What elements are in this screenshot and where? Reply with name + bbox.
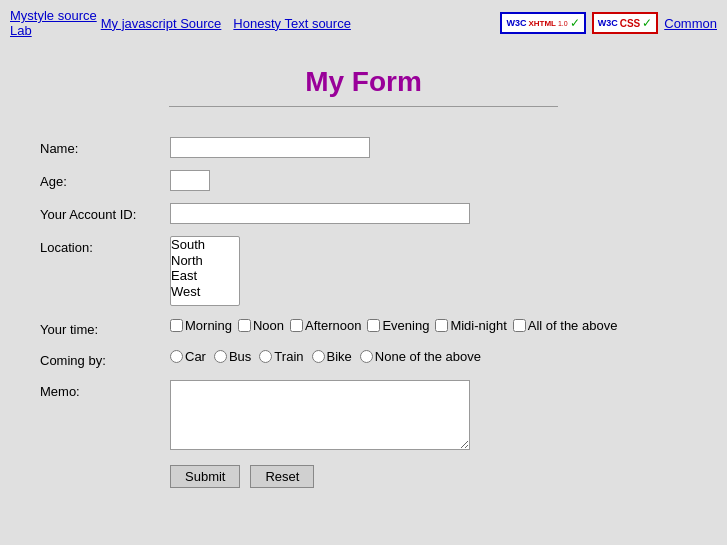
coming-label: Coming by: — [40, 349, 170, 368]
coming-row: Coming by: Car Bus Train — [40, 349, 687, 368]
age-input[interactable] — [170, 170, 210, 191]
honesty-source-link[interactable]: Honesty Text source — [233, 16, 351, 31]
time-evening-option[interactable]: Evening — [367, 318, 429, 333]
name-row: Name: — [40, 137, 687, 158]
coming-bike-label: Bike — [327, 349, 352, 364]
coming-none-option[interactable]: None of the above — [360, 349, 481, 364]
form-title: My Form — [40, 66, 687, 98]
coming-train-option[interactable]: Train — [259, 349, 303, 364]
css-w3c-text: W3C — [598, 18, 618, 28]
time-allofthe-label: All of the above — [528, 318, 618, 333]
time-afternoon-checkbox[interactable] — [290, 319, 303, 332]
time-allofthe-option[interactable]: All of the above — [513, 318, 618, 333]
location-option-north[interactable]: North — [171, 253, 239, 269]
account-row: Your Account ID: — [40, 203, 687, 224]
coming-bus-option[interactable]: Bus — [214, 349, 251, 364]
memo-row: Memo: — [40, 380, 687, 453]
coming-bike-radio[interactable] — [312, 350, 325, 363]
time-options-group: Morning Noon Afternoon Evening — [170, 318, 687, 333]
css-label: CSS — [620, 18, 641, 29]
memo-textarea[interactable] — [170, 380, 470, 450]
nav-links-group: My javascript Source Honesty Text source — [101, 16, 497, 31]
time-afternoon-label: Afternoon — [305, 318, 361, 333]
name-input[interactable] — [170, 137, 370, 158]
coming-car-option[interactable]: Car — [170, 349, 206, 364]
location-option-south[interactable]: South — [171, 237, 239, 253]
time-row: Your time: Morning Noon Afternoon — [40, 318, 687, 337]
mystyle-source-link[interactable]: Mystyle source — [10, 8, 97, 23]
time-midinight-label: Midi-night — [450, 318, 506, 333]
time-midinight-option[interactable]: Midi-night — [435, 318, 506, 333]
age-row: Age: — [40, 170, 687, 191]
time-afternoon-option[interactable]: Afternoon — [290, 318, 361, 333]
time-evening-label: Evening — [382, 318, 429, 333]
time-noon-option[interactable]: Noon — [238, 318, 284, 333]
time-noon-label: Noon — [253, 318, 284, 333]
coming-bus-label: Bus — [229, 349, 251, 364]
time-allofthe-checkbox[interactable] — [513, 319, 526, 332]
submit-button[interactable]: Submit — [170, 465, 240, 488]
css-checkmark-icon: ✓ — [642, 16, 652, 30]
account-control — [170, 203, 687, 224]
coming-none-radio[interactable] — [360, 350, 373, 363]
location-row: Location: South North East West — [40, 236, 687, 306]
name-control — [170, 137, 687, 158]
reset-button[interactable]: Reset — [250, 465, 314, 488]
time-label: Your time: — [40, 318, 170, 337]
xhtml-checkmark-icon: ✓ — [570, 16, 580, 30]
location-control: South North East West — [170, 236, 687, 306]
coming-control: Car Bus Train Bike — [170, 349, 687, 364]
coming-bus-radio[interactable] — [214, 350, 227, 363]
memo-control — [170, 380, 687, 453]
location-label: Location: — [40, 236, 170, 255]
xhtml-w3c-text: W3C — [506, 18, 526, 28]
time-morning-checkbox[interactable] — [170, 319, 183, 332]
time-morning-option[interactable]: Morning — [170, 318, 232, 333]
lab-link[interactable]: Lab — [10, 23, 32, 38]
location-option-east[interactable]: East — [171, 268, 239, 284]
main-content: My Form Name: Age: Your Account ID: Loca… — [0, 46, 727, 508]
time-morning-label: Morning — [185, 318, 232, 333]
top-navigation: Mystyle source Lab My javascript Source … — [0, 0, 727, 46]
age-label: Age: — [40, 170, 170, 189]
xhtml-label: XHTML — [528, 19, 556, 28]
account-input[interactable] — [170, 203, 470, 224]
css-badge[interactable]: W3C CSS ✓ — [592, 12, 659, 34]
location-option-west[interactable]: West — [171, 284, 239, 300]
time-evening-checkbox[interactable] — [367, 319, 380, 332]
coming-car-radio[interactable] — [170, 350, 183, 363]
coming-options-group: Car Bus Train Bike — [170, 349, 687, 364]
account-label: Your Account ID: — [40, 203, 170, 222]
time-control: Morning Noon Afternoon Evening — [170, 318, 687, 333]
coming-bike-option[interactable]: Bike — [312, 349, 352, 364]
xhtml-version: 1.0 — [558, 20, 568, 27]
time-midinight-checkbox[interactable] — [435, 319, 448, 332]
xhtml-badge[interactable]: W3C XHTML 1.0 ✓ — [500, 12, 585, 34]
coming-none-label: None of the above — [375, 349, 481, 364]
nav-lab-group: Mystyle source Lab — [10, 8, 97, 38]
location-select[interactable]: South North East West — [170, 236, 240, 306]
javascript-source-link[interactable]: My javascript Source — [101, 16, 222, 31]
coming-train-label: Train — [274, 349, 303, 364]
right-links-group: W3C XHTML 1.0 ✓ W3C CSS ✓ Common — [500, 12, 717, 34]
my-form: Name: Age: Your Account ID: Location: S — [40, 137, 687, 488]
age-control — [170, 170, 687, 191]
title-divider — [169, 106, 557, 107]
submit-area: Submit Reset — [40, 465, 687, 488]
common-link[interactable]: Common — [664, 16, 717, 31]
name-label: Name: — [40, 137, 170, 156]
coming-car-label: Car — [185, 349, 206, 364]
time-noon-checkbox[interactable] — [238, 319, 251, 332]
memo-label: Memo: — [40, 380, 170, 399]
coming-train-radio[interactable] — [259, 350, 272, 363]
